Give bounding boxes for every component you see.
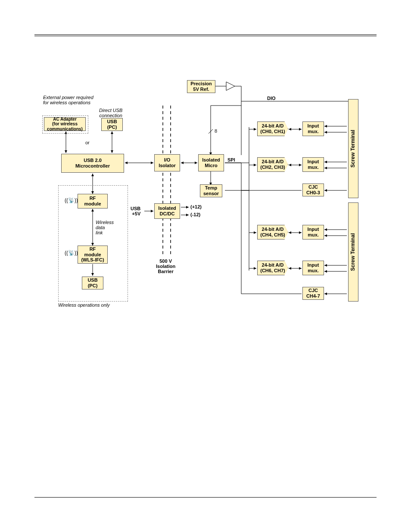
footer-rule [34,497,377,498]
block-ad01-label: 24-bit A/D (CH0, CH1) [260,123,285,134]
block-diagram: External power required for wireless ope… [34,69,377,327]
label-plus12: (+12) [190,204,202,209]
block-rf-module-ifc-label: RF module (WLS-IFC) [81,246,104,263]
block-usb-pc-bottom: USB (PC) [82,277,103,289]
block-mux-2: Input mux. [302,157,324,172]
block-temp-sensor-label: Temp sensor [203,185,219,196]
block-usb-micro-label: USB 2.0 Microcontroller [75,158,110,168]
block-ad67-label: 24-bit A/D (CH6, CH7) [260,262,285,273]
note-direct-usb: Direct USB connection [99,108,122,118]
block-mux-4: Input mux. [302,261,324,275]
block-ac-adapter-label: AC Adapter (for wireless communications) [47,117,83,132]
block-temp-sensor: Temp sensor [200,184,222,197]
note-wireless-only: Wireless operations only [58,302,110,308]
note-external-power: External power required for wireless ope… [43,95,93,105]
block-iso-micro-label: Isolated Micro [202,157,220,168]
block-mux2-label: Input mux. [308,159,319,170]
label-isolation-barrier: 500 V Isolation Barrier [156,258,175,274]
block-mux-1: Input mux. [302,121,324,136]
block-usb-pc-bottom-label: USB (PC) [87,277,97,288]
antenna-icon-2: ((📡)) [65,250,78,256]
block-isolated-micro: Isolated Micro [198,154,224,171]
block-io-isolator: I/O Isolator [154,154,180,171]
header-rule [34,34,377,35]
block-iso-dcdc-label: Isolated DC/DC [158,205,176,216]
block-screw-terminal-bottom: Screw Terminal [348,202,358,302]
block-usb-pc-top-label: USB (PC) [107,119,117,130]
label-bus8: 8 [215,128,217,134]
block-cjc-03: CJC CH0-3 [302,184,324,196]
block-precision-ref-label: Precision 5V Ref. [190,81,212,92]
block-mux1-label: Input mux. [308,123,319,134]
block-ad45-label: 24-bit A/D (CH4, CH5) [260,227,285,237]
svg-marker-13 [226,82,235,90]
label-dio: DIO [267,96,276,101]
block-rf-module: RF module [78,194,108,208]
block-isolated-dcdc: Isolated DC/DC [154,203,180,219]
block-rf-module-ifc: RF module (WLS-IFC) [78,246,108,264]
header-rule-2 [34,36,377,36]
block-ac-adapter: AC Adapter (for wireless communications) [44,117,86,131]
block-usb-pc-top: USB (PC) [101,118,123,131]
block-ad-ch23: 24-bit A/D (CH2, CH3) [257,157,288,172]
block-ad-ch01: 24-bit A/D (CH0, CH1) [257,121,288,136]
block-ad23-label: 24-bit A/D (CH2, CH3) [260,159,285,170]
block-mux4-label: Input mux. [308,262,319,273]
block-cjc47-label: CJC CH4-7 [306,288,320,299]
screw-terminal-bottom-label: Screw Terminal [350,233,356,271]
block-ad-ch67: 24-bit A/D (CH6, CH7) [257,261,288,275]
screw-terminal-top-label: Screw Terminal [350,130,356,168]
label-minus12: (-12) [190,212,200,217]
block-rf-module-label: RF module [84,196,101,206]
block-mux3-label: Input mux. [308,227,319,237]
block-cjc03-label: CJC CH0-3 [306,184,320,195]
label-usb-5v: USB +5V [131,206,140,216]
block-cjc-47: CJC CH4-7 [302,287,324,300]
block-screw-terminal-top: Screw Terminal [348,99,358,198]
block-usb-microcontroller: USB 2.0 Microcontroller [61,154,124,173]
antenna-icon-1: ((📡)) [65,197,78,203]
block-mux-3: Input mux. [302,225,324,240]
block-precision-ref: Precision 5V Ref. [187,80,215,93]
label-spi: SPI [227,157,235,162]
block-ad-ch45: 24-bit A/D (CH4, CH5) [257,225,288,240]
label-or: or [85,140,90,145]
block-io-isolator-label: I/O Isolator [159,157,176,168]
